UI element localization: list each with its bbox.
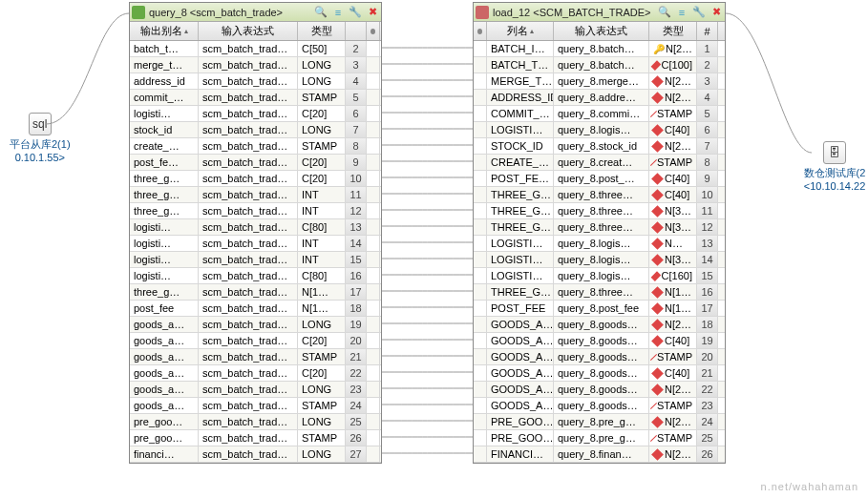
table-row[interactable]: batch_t…scm_batch_trad…C[50]2: [130, 41, 381, 57]
cell-col: POST_FEE: [487, 301, 554, 316]
list-icon[interactable]: ≡: [675, 6, 688, 19]
table-row[interactable]: LOGISTI…query_8.logis…C[160]15: [474, 268, 725, 284]
table-row[interactable]: commit_…scm_batch_trad…STAMP5: [130, 90, 381, 106]
table-row[interactable]: goods_a…scm_batch_trad…C[20]20: [130, 333, 381, 349]
table-row[interactable]: goods_a…scm_batch_trad…LONG19: [130, 317, 381, 333]
col-name[interactable]: 列名: [487, 22, 554, 40]
source-node[interactable]: sql 平台从库2(1) 0.10.1.55>: [10, 113, 71, 163]
diamond-icon: [650, 110, 657, 116]
cell-type: N[2…: [649, 446, 697, 462]
cell-marker: [367, 398, 380, 413]
table-row[interactable]: goods_a…scm_batch_trad…C[20]22: [130, 365, 381, 382]
target-node[interactable]: 🗄 数仓测试库(2 <10.10.14.22: [801, 141, 868, 192]
table-row[interactable]: PRE_GOO…query_8.pre_g…STAMP25: [474, 430, 725, 446]
cell-num: 9: [346, 155, 367, 170]
query-panel-header[interactable]: query_8 <scm_batch_trade> 🔍 ≡ 🔧 ✖: [130, 3, 381, 22]
cell-marker: [474, 41, 487, 56]
table-row[interactable]: post_fe…scm_batch_trad…C[20]9: [130, 155, 381, 171]
cell-expr: scm_batch_trad…: [199, 122, 298, 137]
load-panel-title: load_12 <SCM_BATCH_TRADE>: [493, 7, 654, 18]
table-row[interactable]: GOODS_A…query_8.goods…C[40]21: [474, 365, 725, 382]
cell-alias: commit_…: [130, 90, 199, 105]
cell-type: N…: [649, 236, 697, 251]
cell-type: C[80]: [298, 219, 346, 235]
table-row[interactable]: ADDRESS_IDquery_8.addre…N[2…4: [474, 90, 725, 106]
col-marker[interactable]: [367, 22, 380, 40]
close-icon[interactable]: ✖: [709, 6, 723, 19]
table-row[interactable]: post_feescm_batch_trad…N[1…18: [130, 301, 381, 317]
table-row[interactable]: GOODS_A…query_8.goods…STAMP23: [474, 398, 725, 414]
table-row[interactable]: logisti…scm_batch_trad…INT14: [130, 236, 381, 252]
cell-num: 21: [346, 349, 367, 364]
col-index[interactable]: #: [697, 22, 718, 40]
table-row[interactable]: GOODS_A…query_8.goods…C[40]19: [474, 333, 725, 349]
table-row[interactable]: three_g…scm_batch_trad…INT11: [130, 187, 381, 203]
table-row[interactable]: three_g…scm_batch_trad…INT12: [130, 203, 381, 219]
table-row[interactable]: goods_a…scm_batch_trad…LONG23: [130, 382, 381, 398]
table-row[interactable]: merge_t…scm_batch_trad…LONG3: [130, 57, 381, 73]
table-row[interactable]: CREATE_…query_8.creat…STAMP8: [474, 155, 725, 171]
table-row[interactable]: GOODS_A…query_8.goods…N[2…18: [474, 317, 725, 333]
cell-marker: [367, 333, 380, 348]
cell-num: 4: [346, 73, 367, 89]
table-row[interactable]: three_g…scm_batch_trad…C[20]10: [130, 171, 381, 187]
cell-col: THREE_G…: [487, 219, 554, 235]
wrench-icon[interactable]: 🔧: [349, 6, 362, 19]
col-type[interactable]: 类型: [649, 22, 697, 40]
table-row[interactable]: THREE_G…query_8.three…C[40]10: [474, 187, 725, 203]
table-row[interactable]: BATCH_I…query_8.batch…🔑N[2…1: [474, 41, 725, 57]
col-input-expr[interactable]: 输入表达式: [554, 22, 649, 40]
table-row[interactable]: logisti…scm_batch_trad…C[80]16: [130, 268, 381, 284]
table-row[interactable]: financi…scm_batch_trad…LONG27: [130, 446, 381, 463]
table-row[interactable]: three_g…scm_batch_trad…N[1…17: [130, 284, 381, 301]
table-row[interactable]: COMMIT_…query_8.commi…STAMP5: [474, 106, 725, 122]
cell-expr: scm_batch_trad…: [199, 236, 298, 251]
diamond-icon: [651, 271, 661, 280]
load-panel-header[interactable]: load_12 <SCM_BATCH_TRADE> 🔍 ≡ 🔧 ✖: [474, 3, 725, 22]
wrench-icon[interactable]: 🔧: [692, 6, 706, 19]
table-row[interactable]: LOGISTI…query_8.logis…N[3…14: [474, 252, 725, 268]
search-icon[interactable]: 🔍: [314, 6, 328, 19]
table-row[interactable]: STOCK_IDquery_8.stock_idN[2…7: [474, 138, 725, 155]
key-icon: 🔑: [653, 44, 665, 54]
table-row[interactable]: pre_goo…scm_batch_trad…LONG25: [130, 414, 381, 430]
cell-expr: query_8.batch…: [554, 57, 649, 73]
table-row[interactable]: GOODS_A…query_8.goods…STAMP20: [474, 349, 725, 365]
list-icon[interactable]: ≡: [331, 6, 345, 19]
table-row[interactable]: THREE_G…query_8.three…N[1…16: [474, 284, 725, 301]
table-row[interactable]: MERGE_T…query_8.merge…N[2…3: [474, 73, 725, 90]
table-row[interactable]: LOGISTI…query_8.logis…N…13: [474, 236, 725, 252]
table-row[interactable]: BATCH_T…query_8.batch…C[100]2: [474, 57, 725, 73]
table-row[interactable]: THREE_G…query_8.three…N[3…12: [474, 219, 725, 236]
table-row[interactable]: create_…scm_batch_trad…STAMP8: [130, 138, 381, 155]
diamond-icon: [651, 75, 664, 88]
table-row[interactable]: POST_FEEquery_8.post_feeN[1…17: [474, 301, 725, 317]
search-icon[interactable]: 🔍: [658, 6, 671, 19]
table-row[interactable]: POST_FE…query_8.post_…C[40]9: [474, 171, 725, 187]
query-panel-title: query_8 <scm_batch_trade>: [149, 7, 310, 18]
table-row[interactable]: stock_idscm_batch_trad…LONG7: [130, 122, 381, 138]
cell-col: LOGISTI…: [487, 252, 554, 267]
col-marker[interactable]: [474, 22, 487, 40]
cell-marker: [367, 268, 380, 283]
table-row[interactable]: address_idscm_batch_trad…LONG4: [130, 73, 381, 90]
table-row[interactable]: GOODS_A…query_8.goods…N[2…22: [474, 382, 725, 398]
table-row[interactable]: THREE_G…query_8.three…N[3…11: [474, 203, 725, 219]
table-row[interactable]: logisti…scm_batch_trad…C[80]13: [130, 219, 381, 236]
cell-expr: query_8.three…: [554, 203, 649, 218]
table-row[interactable]: goods_a…scm_batch_trad…STAMP21: [130, 349, 381, 365]
table-row[interactable]: goods_a…scm_batch_trad…STAMP24: [130, 398, 381, 414]
col-type[interactable]: 类型: [298, 22, 346, 40]
col-input-expr[interactable]: 输入表达式: [199, 22, 298, 40]
cell-col: BATCH_I…: [487, 41, 554, 56]
col-output-alias[interactable]: 输出别名: [130, 22, 199, 40]
close-icon[interactable]: ✖: [366, 6, 379, 19]
table-row[interactable]: pre_goo…scm_batch_trad…STAMP26: [130, 430, 381, 446]
table-row[interactable]: logisti…scm_batch_trad…INT15: [130, 252, 381, 268]
table-row[interactable]: FINANCI…query_8.finan…N[2…26: [474, 446, 725, 463]
table-row[interactable]: PRE_GOO…query_8.pre_g…N[2…24: [474, 414, 725, 430]
table-row[interactable]: logisti…scm_batch_trad…C[20]6: [130, 106, 381, 122]
table-row[interactable]: LOGISTI…query_8.logis…C[40]6: [474, 122, 725, 138]
cell-alias: merge_t…: [130, 57, 199, 73]
col-index[interactable]: [346, 22, 367, 40]
